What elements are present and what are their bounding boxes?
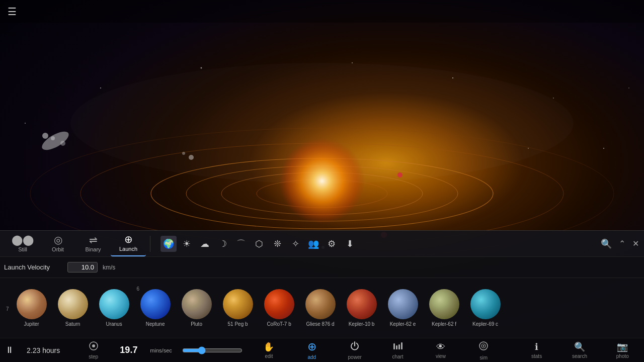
nav-launch-label: Launch [119, 246, 137, 252]
nav-still-label: Still [18, 246, 27, 252]
planet-corot7b[interactable]: CoRoT-7 b [259, 287, 300, 329]
people-filter-icon[interactable]: 👥 [305, 236, 321, 252]
view-label: view [436, 353, 446, 359]
search-icon: 🔍 [574, 341, 585, 352]
planet-saturn[interactable]: Saturn [52, 287, 94, 329]
comet-filter-icon[interactable]: ⌒ [233, 236, 249, 252]
search-button[interactable]: 🔍 search [563, 341, 596, 359]
svg-point-28 [92, 344, 95, 347]
edit-label: edit [265, 353, 273, 359]
nav-orbit-label: Orbit [52, 246, 64, 252]
gliese876d-image [305, 289, 336, 319]
sim-label: sim [479, 355, 488, 360]
photo-label: photo [616, 353, 629, 359]
sim-button[interactable]: sim [467, 340, 500, 360]
asteroid-filter-icon[interactable]: ⬡ [251, 236, 267, 252]
chart-label: chart [392, 354, 403, 359]
planet-kepler62e[interactable]: Kepler-62 e [382, 287, 424, 329]
kepler10b-image [347, 289, 377, 319]
step-label: step [89, 354, 98, 359]
kepler62f-name: Kepler-62 f [432, 321, 456, 327]
svg-rect-32 [401, 342, 403, 349]
binary-icon: ⇌ [89, 235, 98, 245]
still-icon: ⬤⬤ [12, 235, 34, 245]
planet-row: 7 Jupiter Saturn Uranus 6 Neptune P [0, 278, 644, 338]
saturn-image [58, 289, 88, 319]
filter-toolbar: 🌍 ☀ ☁ ☽ ⌒ ⬡ ❊ ✧ 👥 ⚙ ⬇ [160, 236, 358, 252]
step-icon [88, 341, 99, 353]
51peg-name: 51 Peg b [228, 321, 248, 327]
speed-display: 19.7 [120, 345, 140, 355]
pluto-image [182, 289, 212, 319]
toolbar-close-icon[interactable]: ✕ [632, 239, 639, 248]
planet-count-6: 6 [137, 286, 140, 292]
photo-button[interactable]: 📷 photo [606, 341, 639, 359]
corot7b-image [264, 289, 294, 319]
nav-launch[interactable]: ⊕ Launch [111, 231, 146, 256]
planet-gliese876d[interactable]: Gliese 876 d [300, 287, 341, 329]
uranus-name: Uranus [106, 321, 122, 327]
stats-button[interactable]: ℹ stats [520, 341, 553, 359]
sim-icon [478, 340, 489, 354]
cloud-filter-icon[interactable]: ☁ [197, 236, 213, 252]
stats-label: stats [531, 353, 542, 359]
nav-orbit[interactable]: ◎ Orbit [40, 231, 75, 256]
add-button[interactable]: ⊕ add [295, 340, 328, 360]
chart-button[interactable]: chart [381, 341, 414, 359]
view-icon: 👁 [436, 342, 445, 352]
step-button[interactable]: step [77, 341, 110, 359]
moon-filter-icon[interactable]: ☽ [215, 236, 231, 252]
planet-filter-icon[interactable]: 🌍 [160, 236, 177, 252]
planet-jupiter[interactable]: Jupiter [11, 287, 52, 329]
planet-pluto[interactable]: Pluto [176, 287, 217, 329]
planet-kepler62f[interactable]: Kepler-62 f [424, 287, 465, 329]
planet-uranus[interactable]: Uranus [94, 287, 135, 329]
nav-row: ⬤⬤ Still ◎ Orbit ⇌ Binary ⊕ Launch 🌍 ☀ ☁… [0, 230, 644, 256]
hamburger-menu[interactable]: ☰ [5, 3, 19, 20]
drop-filter-icon[interactable]: ⬇ [342, 236, 358, 252]
saturn-name: Saturn [65, 321, 80, 327]
jupiter-name: Jupiter [24, 321, 39, 327]
launch-velocity-row: Launch Velocity km/s [0, 256, 644, 278]
gear-filter-icon[interactable]: ⚙ [324, 236, 340, 252]
toolbar-search-icon[interactable]: 🔍 [601, 238, 612, 249]
chart-icon [392, 341, 404, 353]
uranus-image [99, 289, 129, 319]
pluto-name: Pluto [191, 321, 202, 327]
launch-icon: ⊕ [124, 234, 133, 244]
nav-binary-label: Binary [85, 246, 101, 252]
kepler69c-image [470, 289, 501, 319]
gliese876d-name: Gliese 876 d [306, 321, 334, 327]
toolbar-chevron-icon[interactable]: ⌃ [619, 239, 625, 248]
kepler62e-name: Kepler-62 e [390, 321, 416, 327]
spiral-filter-icon[interactable]: ❊ [269, 236, 285, 252]
bottom-panel: ⬤⬤ Still ◎ Orbit ⇌ Binary ⊕ Launch 🌍 ☀ ☁… [0, 230, 644, 362]
power-icon [350, 341, 360, 353]
sun-filter-icon[interactable]: ☀ [179, 236, 195, 252]
photo-icon: 📷 [617, 341, 628, 352]
nav-binary[interactable]: ⇌ Binary [75, 231, 111, 256]
edit-button[interactable]: ✋ edit [253, 341, 285, 359]
power-button[interactable]: power [338, 341, 371, 360]
speed-slider[interactable] [182, 346, 243, 354]
planet-kepler10b[interactable]: Kepler-10 b [341, 287, 382, 329]
planet-neptune[interactable]: Neptune [135, 287, 176, 329]
jupiter-image [17, 289, 47, 319]
pause-button[interactable]: ⏸ [5, 345, 14, 355]
planet-51peg-b[interactable]: 51 Peg b [217, 287, 259, 329]
view-button[interactable]: 👁 view [424, 342, 457, 359]
kepler10b-name: Kepler-10 b [349, 321, 375, 327]
svg-rect-30 [396, 345, 397, 349]
add-icon: ⊕ [307, 340, 316, 353]
planet-kepler69c[interactable]: Kepler-69 c [465, 287, 506, 329]
planet-count-7: 7 [4, 305, 11, 313]
svg-rect-29 [393, 343, 395, 349]
svg-rect-31 [398, 344, 400, 349]
stats-icon: ℹ [535, 341, 538, 352]
svg-point-35 [483, 345, 485, 346]
search-label: search [572, 353, 587, 359]
nav-still[interactable]: ⬤⬤ Still [5, 231, 40, 256]
velocity-input[interactable] [67, 262, 98, 273]
nebula-filter-icon[interactable]: ✧ [287, 236, 303, 252]
kepler69c-name: Kepler-69 c [472, 321, 498, 327]
